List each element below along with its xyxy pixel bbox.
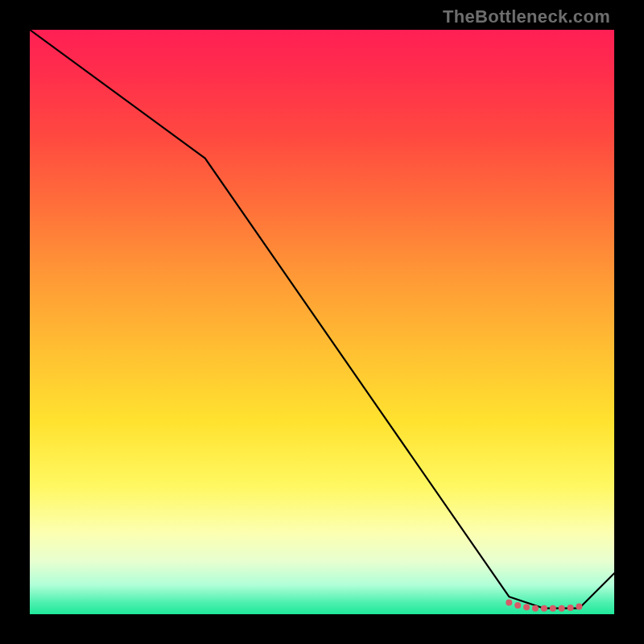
plot-area	[30, 30, 614, 614]
curve-marker	[523, 604, 530, 610]
curve-marker	[541, 605, 547, 612]
watermark-text: TheBottleneck.com	[443, 6, 610, 27]
curve-marker	[576, 604, 582, 610]
curve-marker	[514, 602, 521, 609]
chart-frame: TheBottleneck.com	[0, 0, 644, 644]
curve-marker	[550, 605, 556, 612]
curve-line	[30, 30, 614, 609]
line-chart-svg	[30, 30, 614, 614]
curve-marker	[568, 605, 574, 611]
curve-marker	[532, 605, 539, 612]
curve-marker	[506, 600, 512, 606]
curve-marker	[559, 605, 565, 612]
